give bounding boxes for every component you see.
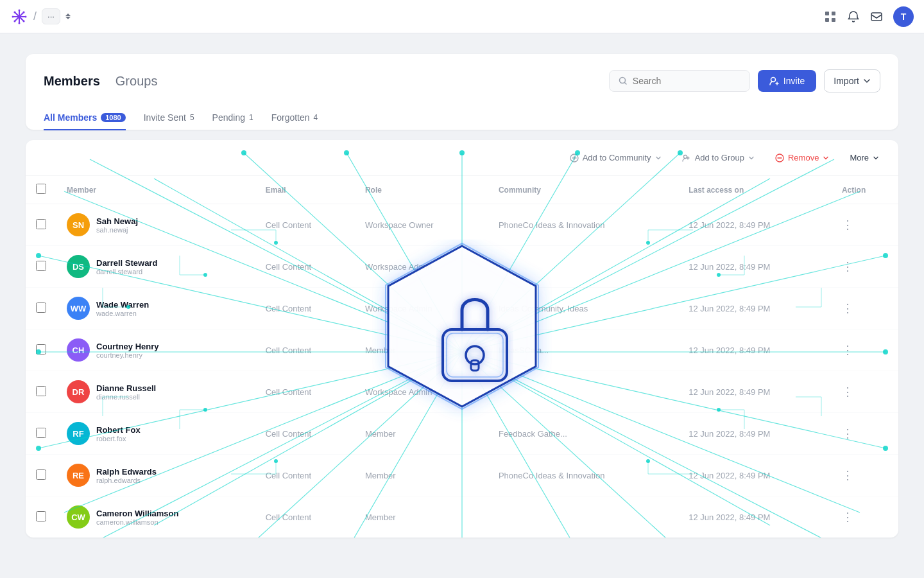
member-name: Robert Fox xyxy=(96,425,141,435)
svg-point-9 xyxy=(23,20,25,22)
last-access-cell: 12 Jun 2022, 8:49 PM xyxy=(678,413,832,455)
tab-groups[interactable]: Groups xyxy=(116,74,158,89)
svg-rect-15 xyxy=(832,18,835,22)
table-row: DR Dianne Russell dianne.russell Cell Co… xyxy=(26,371,898,413)
action-dots-button[interactable]: ⋮ xyxy=(842,218,855,231)
role-cell: Workspace Admin xyxy=(355,371,488,413)
row-checkbox-cell xyxy=(26,496,56,538)
svg-point-10 xyxy=(23,11,25,13)
members-table: Member Email Role Community Last access … xyxy=(26,176,898,538)
action-dots-button[interactable]: ⋮ xyxy=(842,344,855,356)
add-to-group-button[interactable]: Add to Group xyxy=(676,149,761,166)
nav-left: / ··· xyxy=(10,8,71,26)
row-checkbox[interactable] xyxy=(36,302,46,313)
nav-up-arrow[interactable] xyxy=(65,13,71,16)
row-checkbox[interactable] xyxy=(36,428,46,438)
member-username: wade.warren xyxy=(96,310,149,317)
row-checkbox-cell xyxy=(26,371,56,413)
avatar: SN xyxy=(67,213,90,236)
table-row: RE Ralph Edwards ralph.edwards Cell Cont… xyxy=(26,455,898,496)
page-actions: Invite Import xyxy=(609,69,880,92)
col-action: Action xyxy=(832,176,898,204)
col-email: Email xyxy=(255,176,355,204)
nav-navigation-arrows[interactable] xyxy=(65,13,71,19)
import-button[interactable]: Import xyxy=(824,69,880,92)
action-cell: ⋮ xyxy=(832,288,898,329)
community-cell: PhoneCo Ideas & Innovation xyxy=(488,455,678,496)
table-row: RF Robert Fox robert.fox Cell Content Me… xyxy=(26,413,898,455)
member-name: Ralph Edwards xyxy=(96,467,157,477)
row-checkbox[interactable] xyxy=(36,344,46,355)
grid-menu-button[interactable] xyxy=(824,10,837,23)
nav-more-button[interactable]: ··· xyxy=(42,8,60,24)
page-tabs: Members Groups xyxy=(44,74,157,89)
action-dots-button[interactable]: ⋮ xyxy=(842,302,855,315)
svg-point-4 xyxy=(19,9,21,11)
role-cell: Workspace Admin xyxy=(355,246,488,288)
action-cell: ⋮ xyxy=(832,496,898,538)
col-community: Community xyxy=(488,176,678,204)
invite-button[interactable]: Invite xyxy=(758,70,816,92)
last-access-cell: 12 Jun 2022, 8:49 PM xyxy=(678,204,832,246)
chevron-down-icon xyxy=(863,77,871,85)
member-cell: DR Dianne Russell dianne.russell xyxy=(56,371,255,413)
select-all-col xyxy=(26,176,56,204)
tab-all-members[interactable]: All Members 1080 xyxy=(44,106,126,130)
add-community-icon xyxy=(570,153,579,162)
member-info: RE Ralph Edwards ralph.edwards xyxy=(67,464,245,487)
chevron-down-icon xyxy=(748,155,755,161)
action-cell: ⋮ xyxy=(832,204,898,246)
add-to-community-button[interactable]: Add to Community xyxy=(563,149,668,166)
email-cell: Cell Content xyxy=(255,496,355,538)
more-button[interactable]: More xyxy=(843,149,886,166)
row-checkbox[interactable] xyxy=(36,469,46,480)
last-access-cell: 12 Jun 2022, 8:49 PM xyxy=(678,371,832,413)
invite-icon xyxy=(769,76,780,86)
search-box[interactable] xyxy=(609,70,750,92)
search-icon xyxy=(619,76,628,85)
tab-members[interactable]: Members xyxy=(44,74,100,89)
member-name: Wade Warren xyxy=(96,300,149,310)
row-checkbox[interactable] xyxy=(36,219,46,229)
member-cell: DS Darrell Steward darrell.steward xyxy=(56,246,255,288)
tab-pending[interactable]: Pending 1 xyxy=(212,106,253,130)
avatar: DS xyxy=(67,255,90,278)
remove-button[interactable]: Remove xyxy=(769,149,835,166)
community-cell xyxy=(488,371,678,413)
member-username: cameron.williamson xyxy=(96,518,178,526)
action-dots-button[interactable]: ⋮ xyxy=(842,385,855,398)
row-checkbox-cell xyxy=(26,329,56,371)
action-dots-button[interactable]: ⋮ xyxy=(842,427,855,440)
email-cell: Cell Content xyxy=(255,246,355,288)
member-username: darrell.steward xyxy=(96,268,157,276)
action-dots-button[interactable]: ⋮ xyxy=(842,511,855,523)
member-cell: SN Sah Newaj sah.newaj xyxy=(56,204,255,246)
member-info: CH Courtney Henry courtney.henry xyxy=(67,338,245,362)
community-cell: IdeasSCala... xyxy=(488,329,678,371)
member-name: Dianne Russell xyxy=(96,383,156,393)
search-input[interactable] xyxy=(633,76,740,86)
action-dots-button[interactable]: ⋮ xyxy=(842,469,855,482)
messages-button[interactable] xyxy=(870,10,883,23)
nav-down-arrow[interactable] xyxy=(65,17,71,19)
member-name: Sah Newaj xyxy=(96,216,138,226)
action-dots-button[interactable]: ⋮ xyxy=(842,260,855,273)
svg-point-11 xyxy=(13,20,15,22)
user-avatar[interactable]: T xyxy=(893,6,914,27)
member-cell: CH Courtney Henry courtney.henry xyxy=(56,329,255,371)
tab-invite-sent[interactable]: Invite Sent 5 xyxy=(144,106,194,130)
main-content: Members Groups Invite xyxy=(0,33,924,558)
chevron-down-icon xyxy=(823,155,829,161)
row-checkbox[interactable] xyxy=(36,261,46,271)
role-cell: Member xyxy=(355,413,488,455)
action-cell: ⋮ xyxy=(832,413,898,455)
last-access-cell: 12 Jun 2022, 8:49 PM xyxy=(678,246,832,288)
top-nav: / ··· xyxy=(0,0,924,33)
notifications-button[interactable] xyxy=(847,10,860,23)
row-checkbox[interactable] xyxy=(36,386,46,396)
community-cell: Feedback Gathe... xyxy=(488,413,678,455)
select-all-checkbox[interactable] xyxy=(36,184,46,194)
tab-forgotten[interactable]: Forgotten 4 xyxy=(271,106,318,130)
community-cell xyxy=(488,246,678,288)
row-checkbox[interactable] xyxy=(36,511,46,521)
